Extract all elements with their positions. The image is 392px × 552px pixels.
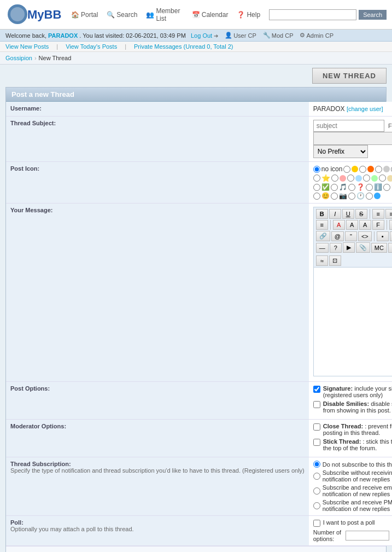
- align-justify-button[interactable]: ≡: [316, 220, 328, 230]
- icon-radio-14[interactable]: ❓: [348, 183, 365, 191]
- icon-radio-9[interactable]: [363, 175, 378, 182]
- strikethrough-button[interactable]: S: [355, 209, 367, 219]
- thread-subject-input[interactable]: [313, 120, 384, 132]
- portal-label: Portal: [81, 11, 98, 19]
- icon-dot-lightblue: [355, 175, 362, 182]
- icon-radio-6[interactable]: ⭐: [313, 174, 330, 182]
- bold-button[interactable]: B: [316, 209, 328, 219]
- search-input[interactable]: [269, 9, 356, 20]
- poll-checkbox-label[interactable]: I want to post a poll: [313, 519, 392, 527]
- no-icon-radio[interactable]: no icon: [313, 165, 343, 173]
- logout-link[interactable]: Log Out: [191, 32, 212, 39]
- subscription-options: Do not subscribe to this thread Subscrib…: [313, 461, 392, 512]
- message-value-cell: B I U S ≡ ≡ ≡ ≡ A A A F R: [309, 204, 392, 382]
- search-button[interactable]: Search: [359, 10, 387, 20]
- insert-olist-button[interactable]: 1.: [390, 231, 392, 241]
- insert-list-button[interactable]: •: [377, 231, 389, 241]
- icon-radio-8[interactable]: [347, 175, 362, 182]
- align-left-button[interactable]: ≡: [372, 209, 384, 219]
- icon-radio-15[interactable]: ℹ️: [366, 183, 382, 191]
- font-family-button[interactable]: F: [372, 220, 384, 230]
- help-label: Help: [247, 11, 260, 19]
- private-messages-link[interactable]: Private Messages (Unread 0, Total 2): [134, 43, 233, 50]
- calendar-link[interactable]: 📅 Calendar: [192, 11, 229, 19]
- forum-label: Forum:: [388, 123, 392, 129]
- new-thread-button[interactable]: NEW THREAD: [312, 68, 387, 84]
- search-bar: Search: [269, 9, 387, 20]
- user-cp-label: User CP: [233, 32, 256, 39]
- logo-area: MyBB: [5, 2, 71, 27]
- prefix-select[interactable]: No Prefix: [313, 145, 368, 158]
- svg-point-1: [10, 7, 25, 21]
- icon-dot-blue: [374, 193, 381, 199]
- site-logo: MyBB: [5, 2, 71, 27]
- stick-thread-checkbox[interactable]: [313, 439, 320, 446]
- change-user-link[interactable]: [change user]: [347, 106, 383, 112]
- insert-video-button[interactable]: ▶: [343, 242, 355, 253]
- font-size-button[interactable]: A: [359, 220, 371, 230]
- welcome-username: PARADOX: [48, 32, 78, 39]
- sub-option-1[interactable]: Subscribe without receiving any notifica…: [313, 469, 392, 483]
- icon-radio-10[interactable]: [379, 175, 392, 182]
- icon-radio-12[interactable]: ✅: [313, 183, 330, 191]
- form-table: Username: PARADOX [change user] Thread S…: [6, 102, 392, 546]
- sub-option-3[interactable]: Subscribe and receive PM notification of…: [313, 499, 392, 512]
- search-link[interactable]: 🔍 Search: [107, 11, 137, 19]
- calendar-label: Calendar: [202, 11, 229, 19]
- disable-smilies-option-label: Disable Smilies: disable smilies from sh…: [323, 400, 392, 414]
- icon-radio-18[interactable]: 😊: [313, 192, 330, 200]
- font-color-button[interactable]: A: [333, 220, 345, 230]
- mod-cp-link[interactable]: 🔧 Mod CP: [263, 32, 294, 39]
- form-header: Post a new Thread: [6, 88, 386, 102]
- icon-radio-3[interactable]: [375, 166, 390, 173]
- icon-radio-1[interactable]: [343, 166, 358, 173]
- user-cp-link[interactable]: 👤 User CP: [225, 32, 256, 39]
- insert-link-button[interactable]: 🔗: [316, 231, 330, 241]
- insert-hr-button[interactable]: —: [316, 243, 329, 253]
- icon-radio-21[interactable]: [366, 193, 381, 200]
- icon-radio-7[interactable]: [331, 175, 346, 182]
- icon-radio-2[interactable]: [359, 166, 374, 173]
- portal-link[interactable]: 🏠 Portal: [71, 11, 98, 19]
- remove-format-button[interactable]: R: [389, 220, 392, 230]
- poll-options-count-input[interactable]: [346, 531, 389, 541]
- toolbar-extra-1[interactable]: ≈: [316, 255, 328, 266]
- bg-color-button[interactable]: A: [346, 220, 358, 230]
- last-visited-text: . You last visited: 02-06-2021, 03:49 PM: [79, 32, 185, 39]
- icon-radio-19[interactable]: 📷: [331, 192, 347, 200]
- italic-button[interactable]: I: [329, 209, 341, 219]
- admin-cp-link[interactable]: ⚙ Admin CP: [300, 32, 334, 39]
- insert-email-button[interactable]: @: [331, 231, 344, 241]
- insert-attachment-button[interactable]: 📎: [356, 242, 370, 253]
- help-link[interactable]: ❓ Help: [237, 11, 260, 19]
- insert-spoiler-button[interactable]: ?: [330, 243, 342, 253]
- signature-checkbox[interactable]: [313, 386, 320, 393]
- icon-question: ❓: [356, 183, 365, 191]
- mycode-button[interactable]: MC: [371, 243, 387, 253]
- disable-smilies-checkbox[interactable]: [313, 401, 320, 408]
- insert-code-button[interactable]: <>: [358, 231, 372, 241]
- breadcrumb-home-link[interactable]: Gossipion: [5, 55, 32, 61]
- stick-thread-option: Stick Thread: : stick this thread to the…: [313, 438, 392, 451]
- close-thread-checkbox[interactable]: [313, 423, 320, 431]
- toolbar-extra-2[interactable]: ⊡: [329, 255, 341, 266]
- thread-subscription-label-cell: Thread Subscription: Specify the type of…: [6, 457, 309, 516]
- poll-checkbox[interactable]: [313, 520, 320, 527]
- smilies-button[interactable]: ☺: [388, 243, 392, 253]
- view-new-posts-link[interactable]: View New Posts: [5, 43, 49, 50]
- icon-music: 🎵: [339, 183, 347, 191]
- icon-radio-16[interactable]: ❤️: [383, 183, 392, 191]
- user-cp-icon: 👤: [225, 32, 232, 39]
- member-list-link[interactable]: 👥 Member List: [146, 7, 183, 22]
- align-center-button[interactable]: ≡: [385, 209, 392, 219]
- post-icon-label-cell: Post Icon:: [6, 162, 309, 204]
- icon-radio-20[interactable]: 🕐: [348, 192, 365, 200]
- forum-select[interactable]: [313, 132, 392, 145]
- underline-button[interactable]: U: [342, 209, 354, 219]
- message-editor[interactable]: [313, 267, 392, 376]
- insert-quote-button[interactable]: ": [345, 231, 357, 241]
- view-todays-posts-link[interactable]: View Today's Posts: [66, 43, 117, 50]
- sub-option-0[interactable]: Do not subscribe to this thread: [313, 461, 392, 468]
- sub-option-2[interactable]: Subscribe and receive email notification…: [313, 484, 392, 497]
- icon-radio-13[interactable]: 🎵: [331, 183, 347, 191]
